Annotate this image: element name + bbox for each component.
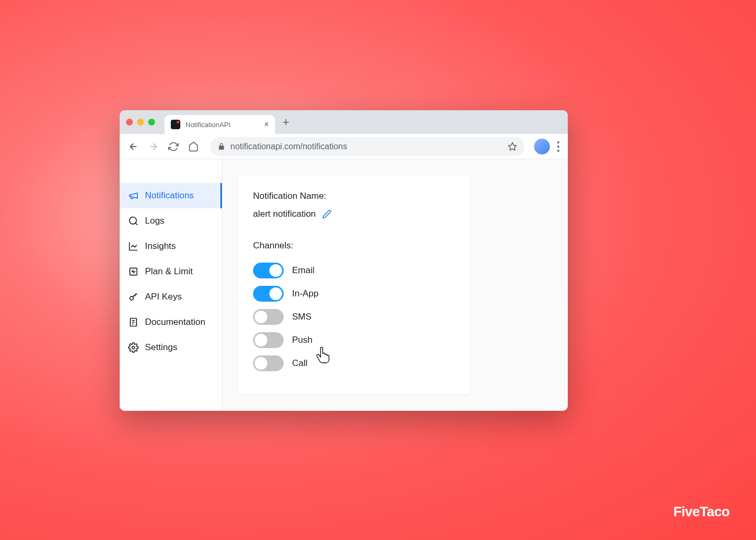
sidebar-item-label: API Keys (145, 292, 182, 302)
sidebar-item-logs[interactable]: Logs (120, 208, 222, 234)
box-icon (128, 266, 139, 277)
browser-tab[interactable]: NotificationAPI × (164, 115, 275, 134)
toggle-push[interactable] (253, 332, 284, 348)
browser-window: NotificationAPI × + notificationapi.com/… (120, 110, 568, 411)
channel-row-call: Call (253, 355, 455, 371)
channel-row-sms: SMS (253, 309, 455, 325)
home-button[interactable] (186, 139, 201, 154)
toggle-email[interactable] (253, 263, 284, 278)
channel-label: SMS (292, 312, 312, 322)
channel-label: Push (292, 335, 313, 345)
chart-icon (128, 241, 139, 252)
main-content: Notification Name: alert notification Ch… (222, 159, 568, 411)
toggle-call[interactable] (253, 355, 284, 371)
sidebar-item-label: Plan & Limit (145, 266, 193, 277)
edit-name-button[interactable] (322, 209, 332, 219)
sidebar-item-label: Settings (145, 342, 177, 353)
svg-point-1 (130, 217, 137, 224)
sidebar-item-api-keys[interactable]: API Keys (120, 284, 222, 310)
window-minimize-button[interactable] (137, 119, 144, 126)
svg-point-5 (132, 346, 135, 349)
sidebar-item-label: Insights (145, 241, 176, 252)
document-icon (128, 317, 139, 327)
sidebar-item-plan-limit[interactable]: Plan & Limit (120, 259, 222, 284)
channel-label: Call (292, 358, 307, 369)
back-button[interactable] (126, 139, 141, 154)
megaphone-icon (128, 190, 139, 201)
channel-label: Email (292, 265, 315, 276)
sidebar-item-documentation[interactable]: Documentation (120, 310, 222, 335)
channel-row-push: Push (253, 332, 455, 348)
app-content: Notifications Logs Insights Plan & Limit (120, 159, 568, 411)
watermark: FiveTaco (673, 504, 730, 520)
address-bar[interactable]: notificationapi.com/notifications (210, 137, 525, 156)
sidebar-item-insights[interactable]: Insights (120, 234, 222, 259)
sidebar-item-label: Logs (145, 216, 164, 226)
key-icon (128, 292, 139, 302)
gear-icon (128, 342, 139, 353)
browser-menu-button[interactable] (555, 141, 561, 152)
svg-marker-0 (509, 142, 517, 150)
tab-title: NotificationAPI (186, 121, 230, 129)
window-controls (126, 119, 155, 126)
toggle-sms[interactable] (253, 309, 284, 325)
svg-point-3 (130, 296, 133, 300)
toggle-inapp[interactable] (253, 286, 284, 302)
sidebar-item-label: Notifications (145, 190, 194, 201)
notification-card: Notification Name: alert notification Ch… (238, 175, 470, 394)
channel-row-inapp: In-App (253, 286, 455, 302)
bookmark-star-icon[interactable] (508, 142, 517, 151)
window-close-button[interactable] (126, 119, 133, 126)
notification-name-row: alert notification (253, 209, 455, 219)
new-tab-button[interactable]: + (283, 115, 289, 129)
forward-button[interactable] (146, 139, 161, 154)
notification-name-label: Notification Name: (253, 191, 455, 201)
window-maximize-button[interactable] (148, 119, 155, 126)
tab-favicon (171, 120, 180, 129)
channel-label: In-App (292, 288, 318, 299)
sidebar-item-label: Documentation (145, 317, 205, 327)
lock-icon (218, 143, 225, 150)
url-text: notificationapi.com/notifications (230, 142, 347, 151)
sidebar-item-notifications[interactable]: Notifications (120, 183, 222, 208)
reload-button[interactable] (166, 139, 181, 154)
notification-name-value: alert notification (253, 209, 316, 219)
channels-label: Channels: (253, 240, 455, 251)
channel-row-email: Email (253, 263, 455, 278)
tab-close-button[interactable]: × (264, 120, 269, 129)
search-icon (128, 216, 139, 226)
browser-toolbar: notificationapi.com/notifications (120, 134, 568, 159)
browser-tab-bar: NotificationAPI × + (120, 110, 568, 134)
sidebar: Notifications Logs Insights Plan & Limit (120, 159, 222, 411)
sidebar-item-settings[interactable]: Settings (120, 335, 222, 360)
profile-avatar[interactable] (534, 139, 550, 155)
